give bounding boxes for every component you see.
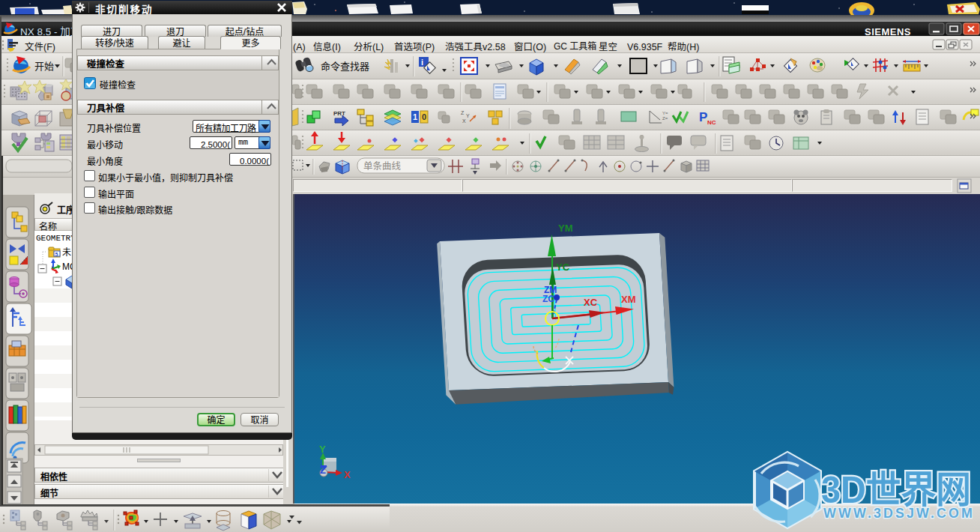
svg-text:YM: YM	[558, 220, 573, 235]
svg-text:NC: NC	[707, 118, 716, 126]
svg-text:X: X	[344, 467, 351, 481]
svg-text:PRT: PRT	[333, 109, 345, 117]
svg-text:ZC: ZC	[542, 291, 554, 304]
svg-text:P: P	[699, 106, 707, 125]
svg-text:WWW.3DSJW.COM: WWW.3DSJW.COM	[823, 502, 975, 522]
svg-text:0: 0	[422, 110, 426, 122]
svg-text:5: 5	[55, 250, 58, 258]
svg-text:单条曲线: 单条曲线	[363, 158, 402, 172]
svg-text:未: 未	[62, 246, 71, 258]
svg-text:XM: XM	[621, 291, 636, 306]
svg-text:1: 1	[413, 110, 417, 122]
svg-text:i: i	[421, 55, 423, 67]
svg-text:X: X	[462, 117, 466, 124]
svg-text:Z: Z	[461, 109, 465, 116]
svg-text:开始: 开始	[34, 58, 54, 73]
svg-text:Y: Y	[466, 112, 470, 119]
svg-text:YC: YC	[556, 259, 570, 273]
svg-text:XC: XC	[584, 294, 598, 309]
svg-text:Y: Y	[319, 441, 326, 456]
svg-text:命令查找器: 命令查找器	[321, 58, 369, 73]
svg-text:Z=: Z=	[662, 115, 668, 121]
